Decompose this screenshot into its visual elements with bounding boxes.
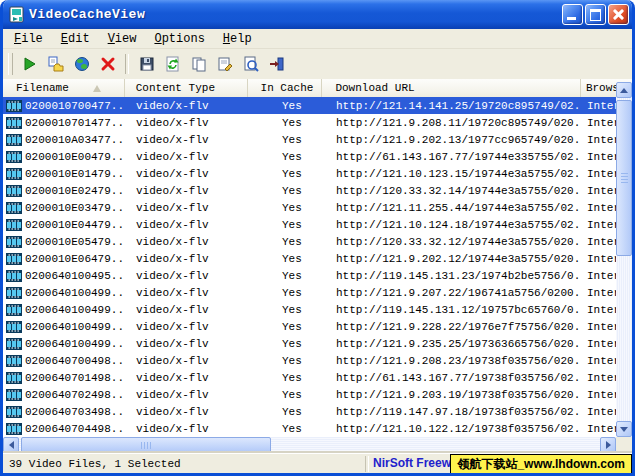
cell-filename: 0200010701477... bbox=[3, 117, 125, 129]
minimize-button[interactable] bbox=[562, 4, 583, 25]
toolbar-grip bbox=[8, 53, 13, 75]
film-strip-icon bbox=[6, 151, 22, 163]
toolbar bbox=[3, 49, 632, 79]
table-row[interactable]: 0200010E05479... video/x-flv Yes http://… bbox=[3, 233, 616, 250]
cell-content-type: video/x-flv bbox=[125, 134, 248, 146]
cell-browser: Intern bbox=[582, 355, 616, 367]
copy-icon bbox=[191, 56, 207, 72]
table-row[interactable]: 0200010E02479... video/x-flv Yes http://… bbox=[3, 182, 616, 199]
cell-download-url: http://120.33.32.14/19744e3a5755/020... bbox=[323, 185, 582, 197]
column-header-in-cache[interactable]: In Cache bbox=[248, 79, 323, 97]
menu-help[interactable]: Help bbox=[214, 31, 261, 47]
table-row[interactable]: 0200640100495... video/x-flv Yes http://… bbox=[3, 267, 616, 284]
film-strip-icon bbox=[6, 270, 22, 282]
copy-files-button[interactable] bbox=[44, 53, 67, 76]
play-video-button[interactable] bbox=[18, 53, 41, 76]
table-row[interactable]: 0200640100499... video/x-flv Yes http://… bbox=[3, 301, 616, 318]
cell-download-url: http://121.9.235.25/197363665756/020... bbox=[323, 338, 582, 350]
exit-button[interactable] bbox=[265, 53, 288, 76]
cell-browser: Intern bbox=[582, 236, 616, 248]
column-header-download-url[interactable]: Download URL bbox=[322, 79, 580, 97]
cell-in-cache: Yes bbox=[248, 168, 323, 180]
cell-filename: 0200010E02479... bbox=[3, 185, 125, 197]
vertical-scroll-thumb[interactable] bbox=[616, 100, 632, 256]
table-row[interactable]: 0200010E00479... video/x-flv Yes http://… bbox=[3, 148, 616, 165]
cell-filename: 0200640704498... bbox=[3, 423, 125, 435]
cell-filename: 0200640700498... bbox=[3, 355, 125, 367]
refresh-button[interactable] bbox=[161, 53, 184, 76]
cell-in-cache: Yes bbox=[248, 151, 323, 163]
cell-content-type: video/x-flv bbox=[125, 287, 248, 299]
table-row[interactable]: 0200010701477... video/x-flv Yes http://… bbox=[3, 114, 616, 131]
file-list-area: Filename Content Type In Cache Download … bbox=[3, 79, 632, 453]
film-strip-icon bbox=[6, 202, 22, 214]
cell-browser: Intern bbox=[582, 406, 616, 418]
horizontal-scroll-thumb[interactable] bbox=[21, 437, 271, 453]
file-list: 0200010700477... video/x-flv Yes http://… bbox=[3, 97, 616, 437]
menu-edit[interactable]: Edit bbox=[52, 31, 99, 47]
cell-browser: Intern bbox=[582, 151, 616, 163]
cell-browser: Intern bbox=[582, 100, 616, 112]
cell-content-type: video/x-flv bbox=[125, 372, 248, 384]
table-row[interactable]: 0200640702498... video/x-flv Yes http://… bbox=[3, 386, 616, 403]
cell-filename: 0200010700477... bbox=[3, 100, 125, 112]
column-header-content-type[interactable]: Content Type bbox=[125, 79, 248, 97]
table-row[interactable]: 0200640704498... video/x-flv Yes http://… bbox=[3, 420, 616, 437]
menu-options[interactable]: Options bbox=[145, 31, 213, 47]
properties-button[interactable] bbox=[213, 53, 236, 76]
table-row[interactable]: 0200640100499... video/x-flv Yes http://… bbox=[3, 318, 616, 335]
find-button[interactable] bbox=[239, 53, 262, 76]
table-row[interactable]: 0200640701498... video/x-flv Yes http://… bbox=[3, 369, 616, 386]
cell-in-cache: Yes bbox=[248, 338, 323, 350]
horizontal-scrollbar[interactable] bbox=[3, 437, 616, 453]
cell-browser: Intern bbox=[582, 219, 616, 231]
scroll-up-button[interactable] bbox=[616, 82, 632, 98]
cell-browser: Intern bbox=[582, 185, 616, 197]
cell-browser: Intern bbox=[582, 338, 616, 350]
cell-content-type: video/x-flv bbox=[125, 423, 248, 435]
play-icon bbox=[22, 56, 38, 72]
cell-in-cache: Yes bbox=[248, 117, 323, 129]
open-in-browser-button[interactable] bbox=[70, 53, 93, 76]
cell-download-url: http://119.145.131.12/19757bc65760/0... bbox=[323, 304, 582, 316]
cell-filename: 0200010E06479... bbox=[3, 253, 125, 265]
menu-file[interactable]: File bbox=[5, 31, 52, 47]
film-strip-icon bbox=[6, 423, 22, 435]
close-button[interactable] bbox=[608, 4, 629, 25]
status-text: 39 Video Files, 1 Selected bbox=[3, 458, 181, 470]
table-row[interactable]: 0200010E01479... video/x-flv Yes http://… bbox=[3, 165, 616, 182]
table-row[interactable]: 0200640100499... video/x-flv Yes http://… bbox=[3, 284, 616, 301]
film-strip-icon bbox=[6, 219, 22, 231]
table-row[interactable]: 0200010A03477... video/x-flv Yes http://… bbox=[3, 131, 616, 148]
cell-filename: 0200010E05479... bbox=[3, 236, 125, 248]
lhdown-watermark-badge: 领航下载站_www.lhdown.com bbox=[450, 454, 632, 474]
save-button[interactable] bbox=[135, 53, 158, 76]
table-row[interactable]: 0200010E06479... video/x-flv Yes http://… bbox=[3, 250, 616, 267]
arrow-up-icon bbox=[620, 88, 628, 93]
cell-filename: 0200640100495... bbox=[3, 270, 125, 282]
vertical-scrollbar[interactable] bbox=[616, 82, 632, 437]
cell-filename: 0200010E03479... bbox=[3, 202, 125, 214]
table-row[interactable]: 0200640700498... video/x-flv Yes http://… bbox=[3, 352, 616, 369]
table-row[interactable]: 0200010E04479... video/x-flv Yes http://… bbox=[3, 216, 616, 233]
scroll-down-button[interactable] bbox=[616, 421, 632, 437]
table-row[interactable]: 0200640703498... video/x-flv Yes http://… bbox=[3, 403, 616, 420]
cell-content-type: video/x-flv bbox=[125, 338, 248, 350]
cell-in-cache: Yes bbox=[248, 236, 323, 248]
delete-button[interactable] bbox=[96, 53, 119, 76]
column-header-filename[interactable]: Filename bbox=[3, 79, 125, 97]
cell-filename: 0200640100499... bbox=[3, 321, 125, 333]
table-row[interactable]: 0200010E03479... video/x-flv Yes http://… bbox=[3, 199, 616, 216]
cell-content-type: video/x-flv bbox=[125, 202, 248, 214]
delete-x-icon bbox=[100, 56, 116, 72]
cell-filename: 0200640100499... bbox=[3, 338, 125, 350]
table-row[interactable]: 0200010700477... video/x-flv Yes http://… bbox=[3, 97, 616, 114]
maximize-button[interactable] bbox=[585, 4, 606, 25]
scroll-left-button[interactable] bbox=[3, 437, 19, 453]
copy-button[interactable] bbox=[187, 53, 210, 76]
scroll-right-button[interactable] bbox=[600, 437, 616, 453]
cell-content-type: video/x-flv bbox=[125, 389, 248, 401]
menu-view[interactable]: View bbox=[99, 31, 146, 47]
cell-in-cache: Yes bbox=[248, 287, 323, 299]
table-row[interactable]: 0200640100499... video/x-flv Yes http://… bbox=[3, 335, 616, 352]
